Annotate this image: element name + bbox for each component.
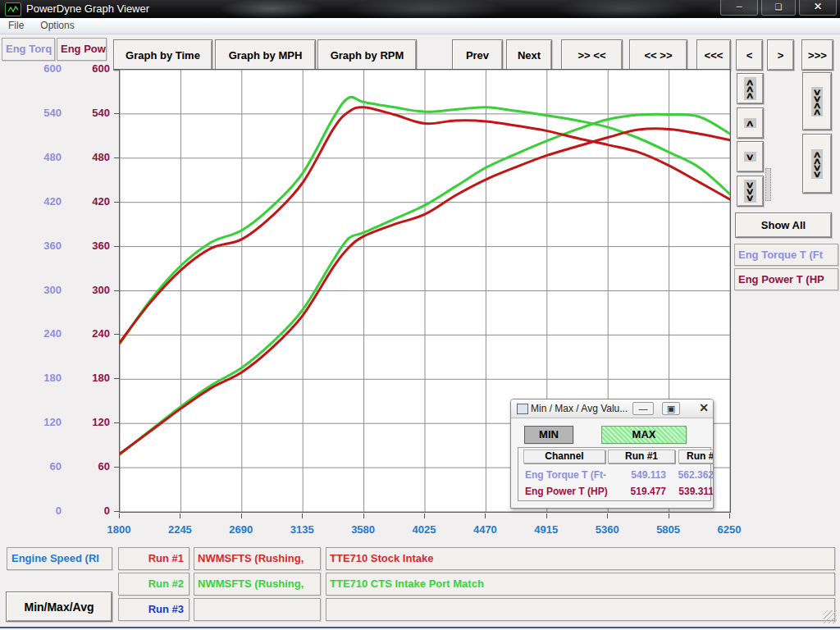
toolbar-button-scroll-right[interactable]: >	[767, 39, 794, 71]
x-axis-label: 2690	[217, 523, 266, 536]
x-tick-mark	[363, 514, 364, 518]
x-tick-mark	[729, 514, 730, 518]
side-channel-power-label[interactable]: Eng Power T (HP	[734, 268, 838, 290]
scroll-up-icon: ∧	[744, 118, 756, 128]
panel-sliver	[765, 168, 771, 201]
toolbar-button-next[interactable]: Next	[506, 39, 552, 71]
menu-item-file[interactable]: File	[0, 18, 32, 31]
run-label-3[interactable]: Run #3	[118, 598, 189, 621]
y-axis-power-label: 480	[63, 151, 110, 163]
y-tick-mark	[114, 511, 119, 512]
menu-item-options[interactable]: Options	[32, 18, 82, 31]
y-axis-torque-label: 0	[15, 504, 62, 517]
toolbar-button-graph-by-time[interactable]: Graph by Time	[113, 39, 212, 71]
x-tick-mark	[607, 514, 608, 518]
x-axis-label: 5360	[582, 523, 632, 536]
run-label-1[interactable]: Run #1	[118, 547, 189, 570]
y-axis-power-label: 300	[63, 284, 110, 296]
toolbar-button-scroll-left[interactable]: <	[736, 39, 763, 71]
y-axis-torque-label: 300	[15, 284, 62, 296]
scroll-down-button[interactable]: ∨	[737, 141, 764, 172]
chevron-glyph: ∨	[746, 153, 755, 160]
y-axis-power-label: 540	[63, 107, 110, 119]
toolbar-button-graph-by-rpm[interactable]: Graph by RPM	[317, 39, 417, 71]
run-2-source-field[interactable]: NWMSFTS (Rushing,	[194, 573, 321, 596]
y-axis-power-label: 120	[63, 416, 110, 428]
scroll-up-fast-icon: ∧∧∧	[744, 77, 756, 100]
resize-grip[interactable]	[824, 610, 837, 623]
channel-tab-torque[interactable]: Eng Torq	[2, 38, 55, 61]
scroll-up-fast-button[interactable]: ∧∧∧	[737, 73, 764, 104]
side-channel-torque-label[interactable]: Eng Torque T (Ft	[734, 244, 838, 266]
y-tick-mark	[114, 467, 119, 468]
max-button[interactable]: MAX	[601, 426, 687, 444]
y-tick-mark	[114, 69, 119, 70]
minmax-window-icon	[517, 404, 528, 414]
minmax-window-title: Min / Max / Avg Valu...	[531, 403, 628, 414]
window-title: PowerDyne Graph Viewer	[26, 2, 149, 15]
window-frame-bottom	[0, 627, 840, 628]
minmax-column-header-2[interactable]: Run #1	[608, 450, 675, 463]
y-axis-torque-label: 360	[15, 240, 62, 252]
run-label-2[interactable]: Run #2	[118, 573, 189, 596]
toolbar-button-zoom-in-x[interactable]: >> <<	[561, 39, 623, 71]
x-axis-label: 5805	[644, 523, 693, 536]
minmax-column-header-1[interactable]: Channel	[523, 450, 605, 463]
minmax-minimize-icon[interactable]: —	[632, 402, 654, 415]
y-axis-torque-label: 600	[15, 62, 62, 75]
y-axis-torque-label: 180	[15, 372, 62, 384]
expand-vertical-icon: ∧∧∨∨	[811, 149, 823, 179]
run-3-source-field[interactable]	[194, 598, 321, 621]
x-tick-mark	[241, 514, 242, 518]
minmax-column-header-3[interactable]: Run #2	[678, 450, 714, 463]
run-1-description-field[interactable]: TTE710 Stock Intake	[326, 547, 835, 570]
minmax-row-run2-value: 539.311	[668, 486, 714, 497]
x-axis-label: 3135	[277, 523, 326, 536]
expand-vertical-button[interactable]: ∧∧∨∨	[802, 134, 832, 194]
run-1-source-field[interactable]: NWMSFTS (Rushing,	[194, 547, 321, 570]
chevron-glyph: ∨	[746, 194, 755, 201]
scroll-down-fast-button[interactable]: ∨∨∨	[737, 176, 764, 207]
show-all-button[interactable]: Show All	[735, 212, 832, 238]
chevron-glyph: ∨	[812, 171, 821, 177]
toolbar-button-prev[interactable]: Prev	[452, 39, 503, 71]
y-axis-torque-label: 540	[15, 107, 62, 119]
minmax-row-channel: Eng Power T (HP)	[525, 486, 608, 497]
maximize-icon[interactable]: ❏	[761, 0, 796, 16]
run-3-description-field[interactable]	[326, 598, 835, 621]
channel-tab-power[interactable]: Eng Powe	[57, 38, 107, 61]
toolbar-button-scroll-far-left[interactable]: <<<	[696, 39, 731, 71]
minmaxavg-button[interactable]: Min/Max/Avg	[6, 591, 112, 622]
minimize-icon[interactable]: –	[720, 0, 758, 16]
x-channel-label[interactable]: Engine Speed (RI	[7, 547, 112, 570]
scroll-up-button[interactable]: ∧	[737, 107, 764, 139]
close-icon[interactable]: ✕	[799, 0, 837, 16]
scroll-down-fast-icon: ∨∨∨	[744, 180, 756, 203]
chevron-glyph: ∧	[812, 108, 821, 115]
chevron-glyph: ∧	[746, 120, 755, 126]
x-axis-label: 4915	[522, 523, 571, 536]
y-axis-power-label: 360	[63, 240, 110, 252]
minmax-close-icon[interactable]: ✕	[695, 402, 713, 415]
toolbar-button-zoom-out-x[interactable]: << >>	[629, 39, 687, 71]
powerdyne-app-window: { "window": { "title": "PowerDyne Graph …	[0, 0, 840, 630]
y-tick-mark	[114, 113, 119, 114]
title-bar: PowerDyne Graph Viewer – ❏ ✕	[0, 0, 840, 18]
scroll-down-icon: ∨	[744, 152, 756, 162]
minmax-maximize-icon[interactable]: ▣	[662, 402, 680, 415]
x-axis-label: 4470	[460, 523, 509, 536]
toolbar-button-graph-by-mph[interactable]: Graph by MPH	[215, 39, 316, 71]
x-tick-mark	[485, 514, 486, 518]
run-2-description-field[interactable]: TTE710 CTS Intake Port Match	[326, 573, 835, 596]
y-tick-mark	[114, 334, 119, 335]
collapse-vertical-button[interactable]: ∨∨∧∧	[802, 72, 832, 130]
y-tick-mark	[114, 290, 119, 291]
x-axis-label: 3580	[339, 523, 388, 536]
y-axis-power-label: 60	[63, 460, 110, 472]
y-axis-power-label: 420	[63, 195, 110, 208]
x-axis-label: 4025	[399, 523, 449, 536]
toolbar-button-scroll-far-right[interactable]: >>>	[801, 39, 833, 71]
minmax-window-titlebar[interactable]: Min / Max / Avg Valu... — ▣ ✕	[511, 399, 713, 418]
minmax-window[interactable]: Min / Max / Avg Valu... — ▣ ✕ MIN MAX Ch…	[510, 399, 714, 509]
min-button[interactable]: MIN	[524, 426, 573, 444]
